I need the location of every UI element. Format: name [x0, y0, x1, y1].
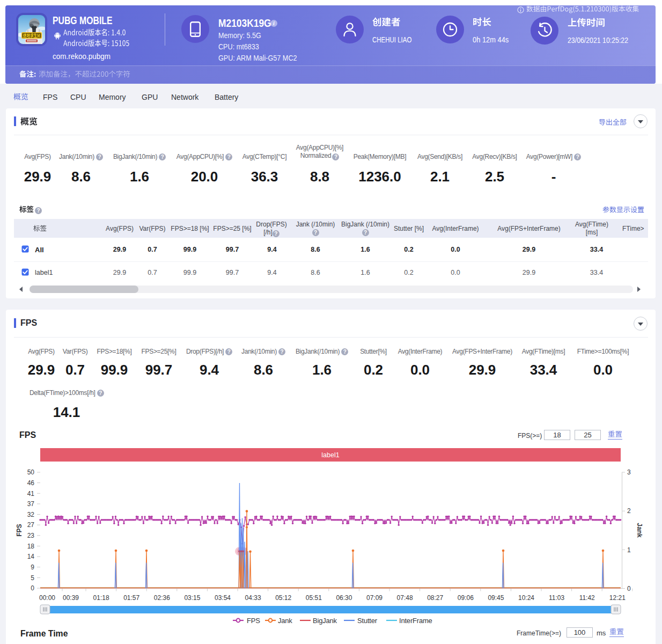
svg-text:label1: label1 — [321, 451, 339, 459]
svg-text:03:15: 03:15 — [184, 594, 200, 602]
svg-text:04:33: 04:33 — [245, 594, 261, 602]
svg-text:11:42: 11:42 — [579, 594, 595, 602]
svg-text:Jank: Jank — [636, 523, 643, 538]
svg-text:0: 0 — [627, 585, 631, 592]
svg-text:0: 0 — [31, 584, 34, 592]
svg-text:23: 23 — [27, 532, 35, 539]
svg-text:08:27: 08:27 — [427, 594, 443, 602]
svg-text:07:48: 07:48 — [397, 594, 413, 602]
svg-text:9: 9 — [31, 564, 34, 571]
svg-text:18: 18 — [27, 543, 35, 550]
svg-text:07:09: 07:09 — [366, 594, 383, 602]
svg-text:2: 2 — [627, 507, 631, 515]
svg-text:27: 27 — [27, 521, 35, 529]
svg-text:14: 14 — [27, 553, 35, 560]
svg-text:12:21: 12:21 — [609, 594, 626, 602]
svg-text:5: 5 — [31, 574, 34, 582]
svg-text:10:24: 10:24 — [518, 594, 534, 602]
svg-text:09:45: 09:45 — [488, 594, 504, 602]
svg-text:09:06: 09:06 — [458, 594, 474, 602]
svg-text:41: 41 — [27, 490, 35, 497]
svg-text:46: 46 — [27, 479, 35, 487]
svg-text:03:54: 03:54 — [215, 594, 231, 602]
svg-text:37: 37 — [27, 500, 35, 508]
svg-text:02:36: 02:36 — [154, 594, 170, 602]
svg-text:01:18: 01:18 — [93, 594, 109, 602]
svg-text:50: 50 — [27, 469, 35, 476]
svg-text:01:57: 01:57 — [123, 594, 139, 602]
svg-text:05:12: 05:12 — [275, 594, 291, 602]
svg-text:32: 32 — [27, 511, 35, 518]
svg-text:3: 3 — [627, 469, 631, 476]
svg-text:00:00: 00:00 — [39, 594, 55, 602]
svg-text:1: 1 — [627, 546, 631, 554]
svg-text:11:03: 11:03 — [549, 594, 564, 602]
svg-text:05:51: 05:51 — [306, 594, 322, 602]
svg-text:FPS: FPS — [16, 524, 23, 536]
svg-text:00:39: 00:39 — [63, 594, 79, 602]
svg-text:06:30: 06:30 — [336, 594, 352, 602]
